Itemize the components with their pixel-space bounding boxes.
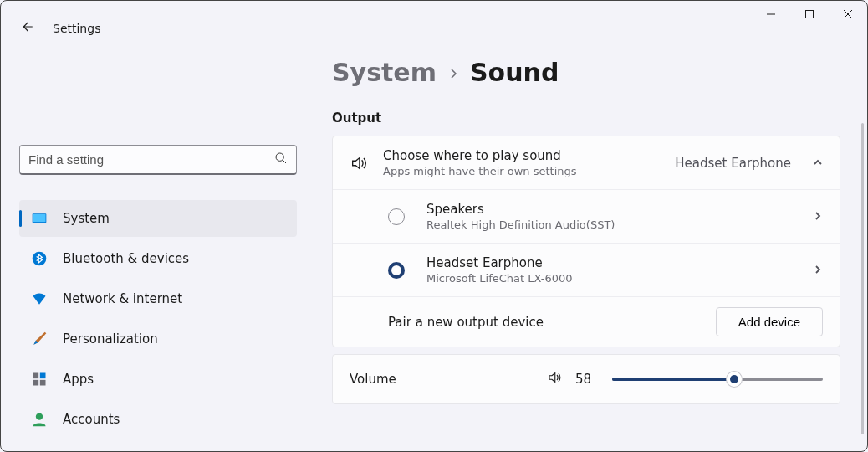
device-sub: Microsoft LifeChat LX-6000 [426,272,798,285]
scrollbar[interactable] [861,123,864,434]
breadcrumb-parent[interactable]: System [332,58,437,87]
search-input-wrap[interactable] [19,145,297,175]
sidebar-item-bluetooth[interactable]: Bluetooth & devices [19,240,297,277]
svg-rect-10 [40,373,46,379]
svg-point-4 [276,153,283,161]
sidebar-item-apps[interactable]: Apps [19,361,297,398]
add-device-button[interactable]: Add device [716,307,823,336]
svg-rect-1 [806,11,814,18]
back-button[interactable] [19,19,34,38]
volume-label: Volume [350,372,534,387]
speaker-icon [350,154,368,172]
chevron-right-icon [448,66,458,82]
sidebar-item-system[interactable]: System [19,200,297,237]
sidebar-item-label: Accounts [63,412,120,427]
search-icon [274,152,288,168]
brush-icon [31,331,48,347]
output-card: Choose where to play sound Apps might ha… [332,136,840,347]
choose-output-row[interactable]: Choose where to play sound Apps might ha… [333,136,840,190]
maximize-button[interactable] [790,1,829,28]
apps-icon [31,371,48,388]
device-headset-row[interactable]: Headset Earphone Microsoft LifeChat LX-6… [333,244,840,297]
bluetooth-icon [31,250,48,267]
volume-slider[interactable] [612,371,823,388]
svg-rect-12 [40,380,46,386]
system-icon [31,210,48,227]
selected-output-value: Headset Earphone [675,156,791,171]
device-speakers-row[interactable]: Speakers Realtek High Definition Audio(S… [333,190,840,244]
volume-value: 58 [575,372,599,387]
volume-row: Volume 58 [333,355,840,403]
svg-line-5 [283,160,286,163]
svg-rect-7 [33,214,46,222]
sidebar-item-network[interactable]: Network & internet [19,280,297,317]
sidebar-item-label: Network & internet [63,291,182,306]
choose-output-title: Choose where to play sound [383,148,660,163]
speaker-icon[interactable] [547,370,562,388]
device-sub: Realtek High Definition Audio(SST) [426,218,798,231]
close-button[interactable] [829,1,867,28]
section-title-output: Output [332,110,840,126]
chevron-up-icon [813,155,823,171]
sidebar-item-label: Apps [63,372,94,387]
choose-output-sub: Apps might have their own settings [383,165,660,177]
search-input[interactable] [28,152,274,167]
wifi-icon [31,290,48,307]
svg-rect-11 [33,380,39,386]
breadcrumb-current: Sound [470,58,559,87]
svg-rect-9 [33,373,39,379]
device-name: Headset Earphone [426,255,798,270]
sidebar-item-accounts[interactable]: Accounts [19,401,297,438]
sidebar-item-label: System [63,211,110,226]
breadcrumb: System Sound [332,58,840,87]
radio-selected-icon[interactable] [388,262,405,279]
minimize-button[interactable] [752,1,790,28]
sidebar-item-label: Bluetooth & devices [63,251,189,266]
svg-point-13 [36,413,43,420]
device-name: Speakers [426,202,798,217]
pair-device-row: Pair a new output device Add device [333,297,840,347]
pair-label: Pair a new output device [388,315,701,330]
chevron-right-icon[interactable] [813,208,823,224]
app-title: Settings [53,22,100,35]
person-icon [31,411,48,428]
volume-card: Volume 58 [332,354,840,404]
chevron-right-icon[interactable] [813,262,823,278]
sidebar-item-personalization[interactable]: Personalization [19,321,297,357]
radio-unselected-icon[interactable] [388,208,405,225]
sidebar-item-label: Personalization [63,331,158,347]
